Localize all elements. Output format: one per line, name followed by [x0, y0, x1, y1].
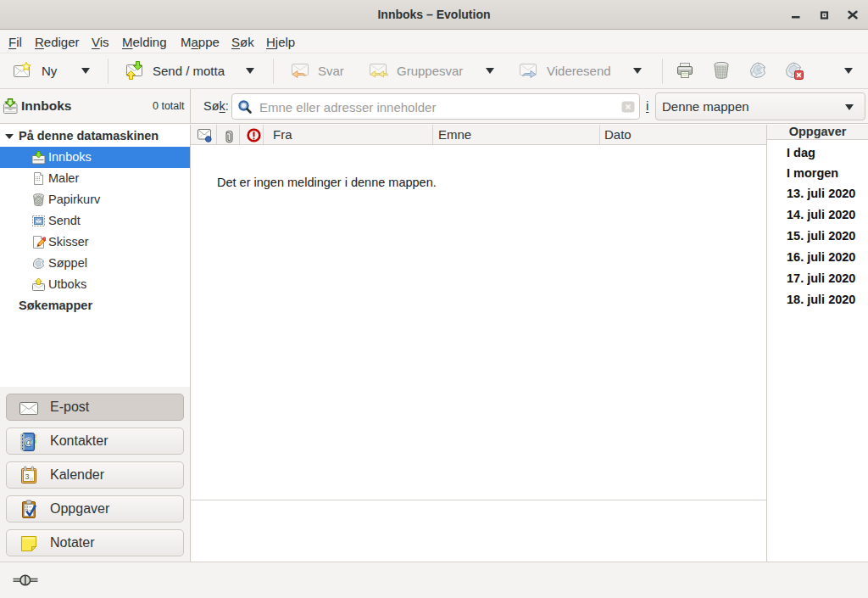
svg-text:@: @ — [24, 437, 33, 447]
svg-text:3: 3 — [25, 472, 29, 481]
